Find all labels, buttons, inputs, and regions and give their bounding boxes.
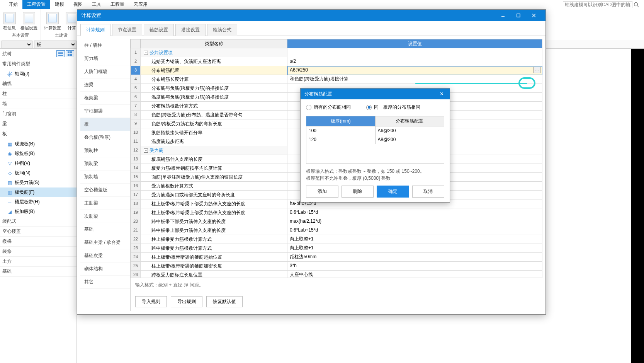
dialog-tab[interactable]: 箍筋设置 [144,24,174,36]
cell-config[interactable]: A6@200 [376,126,444,135]
ribbon-floor-settings[interactable]: 楼层设置 [20,12,37,31]
category-item[interactable]: 板 [80,118,130,131]
search-input[interactable] [563,1,632,8]
cell-config[interactable]: A8@200 [376,135,444,144]
row-value[interactable]: 向上取整+1 [287,235,542,244]
row-value[interactable]: 距柱边50mm [287,253,542,262]
dialog-tab[interactable]: 节点设置 [112,24,142,36]
popup-button[interactable]: 删除 [342,186,374,198]
ribbon-calc-settings[interactable]: 计算设置 [44,12,61,31]
tree-cat[interactable]: 柱 [0,89,76,99]
menu-modeling[interactable]: 建模 [50,0,69,9]
settings-row[interactable]: 4分布钢筋长度计算和负筋(跨板受力筋)搭接计算 [131,75,542,84]
settings-row[interactable]: 19柱上板带/板带暗梁上部受力筋伸入支座的长度0.6*Lab+15*d [131,208,542,217]
settings-row[interactable]: 25柱上板带/板带暗梁的箍筋加密长度3*h [131,262,542,271]
row-value[interactable]: 0.6*Lab+15*d [287,226,542,235]
tree-item-board[interactable]: ▦现浇板(B) [0,139,76,149]
menu-view[interactable]: 视图 [69,0,87,9]
settings-row[interactable]: 26跨板受力筋标注长度位置支座中心线 [131,271,542,278]
footer-button[interactable]: 导出规则 [171,296,202,307]
tree-cat[interactable]: 基础 [0,267,76,277]
row-value[interactable]: max(ha/2,12*d) [287,217,542,226]
popup-button[interactable]: 添加 [306,186,338,198]
dialog-tab[interactable]: 搭接设置 [175,24,206,36]
row-value[interactable]: 和负筋(跨板受力筋)搭接计算 [287,75,542,84]
category-item[interactable]: 叠合板(整厚) [80,131,130,144]
row-value[interactable] [287,48,542,57]
row-value[interactable]: 3*h [287,262,542,271]
ribbon-project-info[interactable]: 程信息 [3,12,16,31]
tree-cat[interactable]: 门窗洞 [0,109,76,119]
settings-row[interactable]: 1−公共设置项 [131,48,542,57]
search-icon[interactable] [632,1,640,9]
minimize-icon[interactable] [495,10,511,21]
tree-cat[interactable]: 装修 [0,247,76,257]
list-view-icon[interactable] [56,50,65,57]
menu-project-settings[interactable]: 工程设置 [22,0,50,9]
popup-button[interactable]: 取消 [412,186,445,198]
category-item[interactable]: 框架梁 [80,92,130,105]
settings-row[interactable]: 23跨中板带受力筋根数计算方式向上取整+1 [131,244,542,253]
tree-item-board[interactable]: ◇板洞(N) [0,168,76,178]
col-thickness[interactable]: 板厚(mm) [306,116,376,126]
row-value[interactable]: 支座中心线 [287,271,542,278]
row-value[interactable]: 0.6*Lab+15*d [287,208,542,217]
category-item[interactable]: 基础次梁 [80,249,130,262]
tree-cat[interactable]: 轴线 [0,79,76,89]
collapse-icon[interactable]: − [144,51,148,55]
tree-item-board[interactable]: ▥板负筋(F) [0,187,76,197]
table-row[interactable]: 120A8@200 [306,135,444,144]
settings-row[interactable]: 3分布钢筋配置A6@250⋯ [131,66,542,75]
category-item[interactable]: 预制梁 [80,157,130,170]
dialog-tab[interactable]: 计算规则 [80,24,110,36]
tree-item-board[interactable]: ◢板加腋(B) [0,207,76,216]
settings-row[interactable]: 24柱上板带/板带暗梁的箍筋起始位置距柱边50mm [131,253,542,262]
row-value[interactable]: A6@250⋯ [287,66,542,75]
settings-row[interactable]: 20跨中板带下部受力筋伸入支座的长度max(ha/2,12*d) [131,217,542,226]
ribbon-calc[interactable]: 计算 [66,12,78,31]
grid-view-icon[interactable] [66,50,74,57]
tree-cat[interactable]: 土方 [0,257,76,267]
tree-cat[interactable]: 墙 [0,99,76,109]
menu-quantity[interactable]: 工程量 [106,0,129,9]
tree-cat[interactable]: 板 [0,129,76,139]
tree-item-board[interactable]: ═楼层板带(H) [0,197,76,207]
ellipsis-button[interactable]: ⋯ [534,67,540,73]
settings-row[interactable]: 2起始受力钢筋、负筋距支座边距离s/2 [131,57,542,66]
collapse-icon[interactable]: − [144,148,148,153]
menu-cloud[interactable]: 云应用 [129,0,152,9]
category-item[interactable]: 次肋梁 [80,210,130,223]
category-item[interactable]: 预制墙 [80,170,130,184]
footer-button[interactable]: 恢复默认值 [206,296,243,307]
radio-all-same[interactable]: 所有的分布筋相同 [306,104,351,111]
col-rebar-config[interactable]: 分布钢筋配置 [376,116,444,126]
menu-tools[interactable]: 工具 [87,0,106,9]
cell-thickness[interactable]: 120 [306,135,376,144]
tree-cat[interactable]: 楼梯 [0,237,76,247]
cell-thickness[interactable]: 100 [306,126,376,135]
category-item[interactable]: 柱 / 墙柱 [80,39,130,52]
category-item[interactable]: 基础主梁 / 承台梁 [80,236,130,249]
component-select[interactable]: 板 [34,41,76,48]
row-value[interactable]: s/2 [287,57,542,66]
row-value[interactable]: 向上取整+1 [287,244,542,253]
category-item[interactable]: 主肋梁 [80,197,130,210]
category-item[interactable]: 其它 [80,276,130,289]
close-icon[interactable] [526,10,542,21]
table-row[interactable]: 100A6@200 [306,126,444,135]
popup-button[interactable]: 确定 [377,186,409,198]
category-item[interactable]: 预制柱 [80,144,130,157]
tree-item-axis[interactable]: 轴网(J) [0,69,76,79]
tree-cat[interactable]: 梁 [0,119,76,129]
tree-item-board[interactable]: ▽柱帽(V) [0,158,76,168]
tree-cat[interactable]: 空心楼盖 [0,227,76,237]
category-item[interactable]: 非框架梁 [80,105,130,118]
maximize-icon[interactable] [511,10,526,21]
category-item[interactable]: 基础 [80,223,130,236]
category-item[interactable]: 剪力墙 [80,52,130,65]
category-item[interactable]: 人防门框墙 [80,65,130,78]
tree-cat[interactable]: 装配式 [0,216,76,227]
category-item[interactable]: 连梁 [80,78,130,92]
dialog-tab[interactable]: 箍筋公式 [207,24,237,36]
radio-same-thickness[interactable]: 同一板厚的分布筋相同 [366,104,420,111]
